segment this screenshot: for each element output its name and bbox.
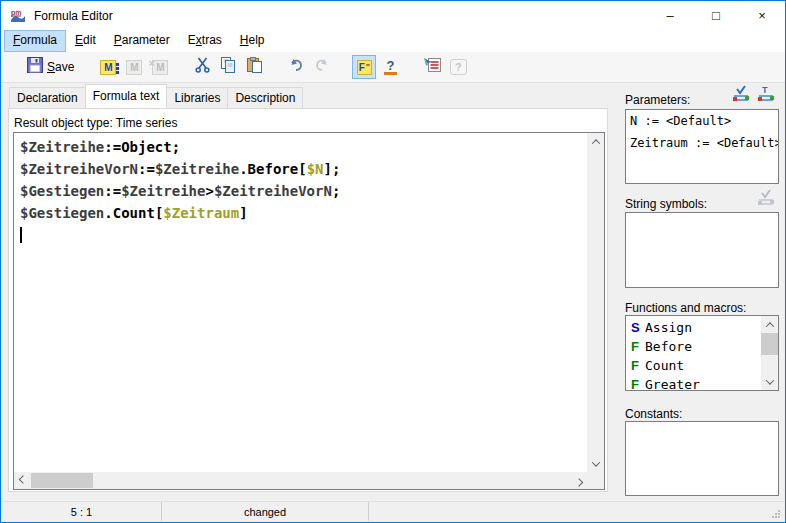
code-line: $Gestiegen.Count[$Zeitraum] <box>20 202 587 224</box>
close-button[interactable]: × <box>739 1 785 30</box>
function-item[interactable]: SAssign <box>626 318 761 337</box>
app-icon: pm <box>10 8 26 24</box>
scroll-down-button[interactable] <box>587 455 604 472</box>
scroll-up-button[interactable] <box>587 133 604 150</box>
function-type-letter: F <box>631 377 645 391</box>
tab-libraries[interactable]: Libraries <box>166 87 228 108</box>
maximize-button[interactable]: □ <box>693 1 739 30</box>
function-reference-button[interactable] <box>420 55 444 79</box>
status-cursor-position: 5 : 1 <box>2 502 162 521</box>
window-title: Formula Editor <box>34 9 113 23</box>
menu-help[interactable]: Help <box>231 30 274 52</box>
context-help-icon: ? <box>450 59 467 75</box>
parameter-item[interactable]: Zeitraum := <Default> <box>626 132 778 154</box>
function-type-letter: F <box>631 358 645 373</box>
undo-button[interactable] <box>284 55 308 79</box>
save-label: Save <box>47 60 74 74</box>
menu-bar: FormulaEditParameterExtrasHelp <box>1 30 785 52</box>
menu-formula[interactable]: Formula <box>4 30 66 52</box>
formula-strings-toggle[interactable]: F" <box>352 55 376 79</box>
function-reference-icon <box>423 57 442 77</box>
string-symbols-list[interactable] <box>625 212 779 288</box>
function-item[interactable]: FGreater <box>626 375 761 391</box>
check-string-symbols-icon[interactable] <box>756 189 776 207</box>
constants-list[interactable] <box>625 421 779 496</box>
scroll-left-button[interactable] <box>14 472 31 489</box>
check-parameters-icon[interactable] <box>731 85 751 103</box>
main-area: DeclarationFormula textLibrariesDescript… <box>1 83 785 502</box>
functions-scroll-thumb[interactable] <box>761 333 778 355</box>
constants-label: Constants: <box>625 407 682 421</box>
keyword-help-button[interactable]: ? <box>378 55 402 79</box>
cut-icon <box>195 57 210 77</box>
copy-icon <box>220 57 236 77</box>
function-name: Before <box>645 339 692 354</box>
function-name: Assign <box>645 320 692 335</box>
function-item[interactable]: FCount <box>626 356 761 375</box>
menu-extras[interactable]: Extras <box>179 30 231 52</box>
tab-strip: DeclarationFormula textLibrariesDescript… <box>9 86 302 108</box>
string-symbols-label: String symbols: <box>625 197 707 211</box>
minimize-button[interactable]: – <box>647 1 693 30</box>
text-cursor <box>20 227 22 243</box>
save-button[interactable]: Save <box>23 55 78 79</box>
code-line: $Zeitreihe:=Object; <box>20 136 587 158</box>
function-type-letter: S <box>631 320 645 335</box>
status-bar: 5 : 1changed <box>2 501 784 521</box>
functions-scroll-down-button[interactable] <box>761 373 778 390</box>
menu-parameter[interactable]: Parameter <box>105 30 179 52</box>
horizontal-scroll-thumb[interactable] <box>31 473 93 488</box>
new-parameter-button[interactable]: M <box>96 55 120 79</box>
new-parameter-icon: M <box>100 60 116 75</box>
title-bar: pm Formula Editor – □ × <box>1 1 785 30</box>
cut-button[interactable] <box>190 55 214 79</box>
tab-declaration[interactable]: Declaration <box>9 87 86 108</box>
keyword-help-icon: ? <box>384 60 397 75</box>
redo-button[interactable] <box>310 55 334 79</box>
toolbar: Save M M ×M <box>1 52 785 83</box>
function-name: Count <box>645 358 684 373</box>
delete-parameter-icon: ×M <box>152 60 168 75</box>
code-line: $ZeitreiheVorN:=$Zeitreihe.Before[$N]; <box>20 158 587 180</box>
edit-parameter-icon: M <box>126 60 142 75</box>
functions-and-macros-label: Functions and macros: <box>625 301 746 315</box>
menu-edit[interactable]: Edit <box>66 30 105 52</box>
copy-button[interactable] <box>216 55 240 79</box>
tab-description[interactable]: Description <box>227 87 303 108</box>
editor-vertical-scrollbar[interactable] <box>587 133 604 472</box>
scroll-right-button[interactable] <box>570 472 587 489</box>
function-name: Greater <box>645 377 700 391</box>
tab-formula-text[interactable]: Formula text <box>85 84 168 108</box>
scrollbar-corner <box>587 472 604 489</box>
result-object-type-label: Result object type: Time series <box>14 116 177 130</box>
resize-grip[interactable] <box>771 509 781 521</box>
formula-text-pane: Result object type: Time series $Zeitrei… <box>8 108 608 492</box>
status-changed-indicator: changed <box>162 502 369 521</box>
parameters-label: Parameters: <box>625 93 690 107</box>
formula-code-editor[interactable]: $Zeitreihe:=Object;$ZeitreiheVorN:=$Zeit… <box>13 132 605 490</box>
delete-parameter-button[interactable]: ×M <box>148 55 172 79</box>
functions-and-macros-list[interactable]: SAssignFBeforeFCountFGreater <box>625 315 779 391</box>
formula-editor-window: pm Formula Editor – □ × FormulaEditParam… <box>0 0 786 523</box>
code-line-cursor <box>20 224 587 246</box>
window-controls: – □ × <box>647 1 785 30</box>
formula-strings-icon: F" <box>357 60 372 75</box>
parameter-item[interactable]: N := <Default> <box>626 110 778 132</box>
paste-icon <box>246 57 262 77</box>
paste-button[interactable] <box>242 55 266 79</box>
functions-scrollbar[interactable] <box>761 316 778 390</box>
status-spacer <box>369 502 784 521</box>
context-help-button[interactable]: ? <box>446 55 470 79</box>
code-line: $Gestiegen:=$Zeitreihe>$ZeitreiheVorN; <box>20 180 587 202</box>
redo-icon <box>314 58 330 76</box>
functions-scroll-up-button[interactable] <box>761 316 778 333</box>
save-icon <box>27 57 43 77</box>
function-item[interactable]: FBefore <box>626 337 761 356</box>
edit-parameter-button[interactable]: M <box>122 55 146 79</box>
code-area[interactable]: $Zeitreihe:=Object;$ZeitreiheVorN:=$Zeit… <box>14 133 587 472</box>
parameters-list[interactable]: N := <Default>Zeitraum := <Default> <box>625 109 779 184</box>
svg-text:T: T <box>762 85 768 95</box>
undo-icon <box>288 58 304 76</box>
text-parameters-icon[interactable]: T <box>756 85 776 103</box>
editor-horizontal-scrollbar[interactable] <box>14 472 587 489</box>
